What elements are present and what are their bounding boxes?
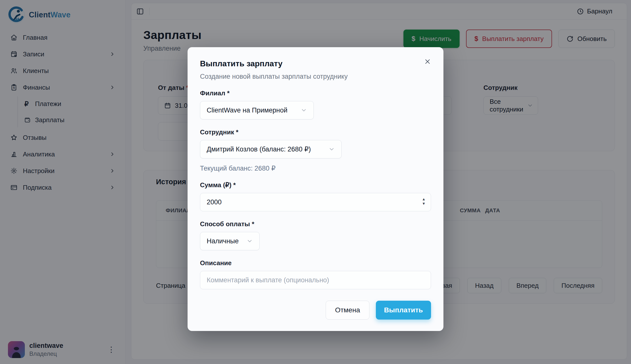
amount-field-group: Сумма (₽) * ▲▼ xyxy=(200,181,431,211)
submit-payout-button[interactable]: Выплатить xyxy=(376,301,431,320)
stepper-down-icon[interactable]: ▼ xyxy=(422,202,426,205)
payment-method-label-text: Способ оплаты xyxy=(200,220,250,228)
chevron-down-icon xyxy=(246,238,253,244)
required-asterisk: * xyxy=(233,181,236,189)
branch-select[interactable]: ClientWave на Примерной xyxy=(200,101,314,120)
chevron-down-icon xyxy=(328,146,335,152)
current-balance-note: Текущий баланс: 2680 ₽ xyxy=(200,164,431,172)
amount-input[interactable] xyxy=(200,193,431,211)
employee-value: Дмитрий Козлов (баланс: 2680 ₽) xyxy=(207,145,311,153)
close-icon[interactable] xyxy=(422,56,433,68)
branch-label: Филиал * xyxy=(200,90,431,97)
payout-salary-modal: Выплатить зарплату Создание новой выплат… xyxy=(188,47,443,331)
required-asterisk: * xyxy=(252,220,254,228)
employee-field-group: Сотрудник * Дмитрий Козлов (баланс: 2680… xyxy=(200,128,431,172)
branch-label-text: Филиал xyxy=(200,90,225,97)
payment-method-label: Способ оплаты * xyxy=(200,220,431,228)
screen: ClientWave Главная Записи Клиенты $ Фина… xyxy=(0,0,631,364)
number-stepper[interactable]: ▲▼ xyxy=(422,198,426,205)
modal-title: Выплатить зарплату xyxy=(200,59,431,68)
amount-label: Сумма (₽) * xyxy=(200,181,431,189)
chevron-down-icon xyxy=(301,107,307,114)
description-field-group: Описание xyxy=(200,259,431,289)
modal-footer: Отмена Выплатить xyxy=(200,301,431,320)
description-input[interactable] xyxy=(200,271,431,289)
amount-label-text: Сумма (₽) xyxy=(200,181,232,189)
employee-label: Сотрудник * xyxy=(200,128,431,136)
description-label: Описание xyxy=(200,259,431,267)
employee-label-text: Сотрудник xyxy=(200,128,234,136)
amount-input-wrap: ▲▼ xyxy=(200,189,431,211)
payment-method-value: Наличные xyxy=(207,237,239,245)
branch-field-group: Филиал * ClientWave на Примерной xyxy=(200,90,431,120)
payment-method-select[interactable]: Наличные xyxy=(200,232,260,250)
employee-select[interactable]: Дмитрий Козлов (баланс: 2680 ₽) xyxy=(200,140,342,158)
branch-value: ClientWave на Примерной xyxy=(207,106,287,114)
stepper-up-icon[interactable]: ▲ xyxy=(422,198,426,200)
cancel-button[interactable]: Отмена xyxy=(326,301,369,320)
modal-subtitle: Создание новой выплаты зарплаты сотрудни… xyxy=(200,73,431,80)
required-asterisk: * xyxy=(236,128,239,136)
required-asterisk: * xyxy=(227,90,230,97)
method-field-group: Способ оплаты * Наличные xyxy=(200,220,431,250)
